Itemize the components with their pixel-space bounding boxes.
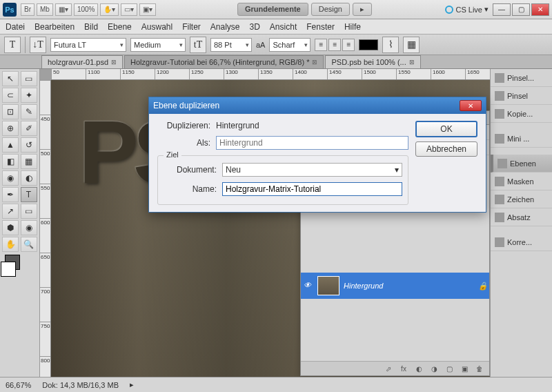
- text-color-swatch[interactable]: [359, 39, 378, 50]
- new-layer-icon[interactable]: ▣: [459, 364, 470, 373]
- menu-auswahl[interactable]: Auswahl: [141, 22, 172, 32]
- visibility-icon[interactable]: 👁: [304, 281, 313, 291]
- masks-icon: [495, 177, 504, 186]
- layer-item[interactable]: 👁 Hintergrund 🔒: [301, 273, 489, 299]
- blur-tool[interactable]: ◉: [2, 170, 19, 186]
- dock-zeichen[interactable]: Zeichen: [491, 190, 552, 208]
- dock-pinsel-preset[interactable]: Pinsel...: [491, 69, 552, 87]
- character-panel-button[interactable]: ▦: [403, 37, 420, 53]
- dock-mini[interactable]: Mini ...: [491, 130, 552, 148]
- align-left-button[interactable]: ≡: [315, 39, 327, 51]
- shape-tool[interactable]: ▭: [21, 204, 37, 219]
- cs-live[interactable]: CS Live ▾: [445, 5, 489, 14]
- align-right-button[interactable]: ≡: [342, 39, 355, 51]
- link-icon[interactable]: ⬀: [383, 364, 394, 373]
- close-button[interactable]: ✕: [531, 3, 549, 16]
- name-input[interactable]: [222, 182, 402, 196]
- orientation-button[interactable]: ↓T: [30, 37, 46, 53]
- font-weight-select[interactable]: Medium: [130, 38, 186, 52]
- color-swatches[interactable]: [2, 253, 19, 278]
- dialog-close-button[interactable]: ✕: [460, 100, 482, 111]
- antialias-select[interactable]: Scharf: [269, 38, 310, 52]
- adjustment-icon[interactable]: ◑: [428, 364, 440, 373]
- brush-tool[interactable]: ✐: [21, 121, 37, 136]
- dock-korre[interactable]: Korre...: [491, 233, 552, 251]
- cancel-button[interactable]: Abbrechen: [415, 141, 477, 157]
- workspace-grundelemente[interactable]: Grundelemente: [237, 3, 308, 16]
- doc-size-display[interactable]: Dok: 14,3 MB/16,3 MB: [42, 381, 119, 389]
- workspace-design[interactable]: Design: [311, 3, 350, 16]
- move-tool[interactable]: ↖: [2, 71, 19, 86]
- maximize-button[interactable]: ▢: [512, 3, 530, 16]
- arrange-docs-button[interactable]: ▭▾: [121, 3, 137, 16]
- close-icon[interactable]: ⊠: [111, 59, 117, 66]
- trash-icon[interactable]: 🗑: [474, 364, 485, 373]
- menu-bearbeiten[interactable]: Bearbeiten: [34, 22, 75, 32]
- as-input[interactable]: [216, 136, 408, 150]
- doc-tab-1[interactable]: holzgravur-01.psd⊠: [41, 55, 123, 68]
- view-extras-button[interactable]: ▦▾: [55, 3, 72, 16]
- camera-tool[interactable]: ◉: [21, 220, 37, 235]
- doc-tab-2[interactable]: Holzgravur-Tutorial bei 66,7% (Hintergru…: [124, 55, 324, 68]
- dock-absatz[interactable]: Absatz: [491, 208, 552, 226]
- zoom-level-button[interactable]: 100%: [74, 3, 99, 16]
- close-icon[interactable]: ⊠: [312, 59, 317, 66]
- type-tool-icon[interactable]: T: [4, 37, 21, 53]
- history-brush-tool[interactable]: ↺: [21, 137, 37, 153]
- dock-kopie[interactable]: Kopie...: [491, 105, 552, 123]
- menu-ansicht[interactable]: Ansicht: [270, 22, 297, 32]
- wand-tool[interactable]: ✦: [21, 88, 37, 103]
- fx-icon[interactable]: fx: [398, 364, 409, 373]
- layer-thumbnail[interactable]: [317, 276, 339, 295]
- screen-mode-button[interactable]: ▣▾: [139, 3, 156, 16]
- dock-pinsel[interactable]: Pinsel: [491, 87, 552, 105]
- dialog-titlebar[interactable]: Ebene duplizieren ✕: [149, 97, 486, 114]
- menu-datei[interactable]: Datei: [6, 22, 25, 32]
- bridge-button[interactable]: Br: [21, 3, 34, 16]
- zoom-tool[interactable]: 🔍: [21, 237, 37, 252]
- dock-ebenen[interactable]: Ebenen: [491, 155, 552, 173]
- dock-masken[interactable]: Masken: [491, 173, 552, 190]
- marquee-tool[interactable]: ▭: [21, 71, 37, 86]
- menu-filter[interactable]: Filter: [182, 22, 201, 32]
- minibridge-button[interactable]: Mb: [37, 3, 53, 16]
- menu-hilfe[interactable]: Hilfe: [344, 22, 361, 32]
- font-family-select[interactable]: Futura LT: [50, 38, 126, 52]
- minimize-button[interactable]: —: [493, 3, 511, 16]
- dodge-tool[interactable]: ◐: [21, 170, 37, 186]
- gradient-tool[interactable]: ▦: [21, 154, 37, 169]
- path-select-tool[interactable]: ↗: [2, 204, 19, 219]
- doc-tab-3[interactable]: PSD.psb bei 100% (...⊠: [325, 55, 420, 68]
- menu-bild[interactable]: Bild: [84, 22, 98, 32]
- background-color[interactable]: [1, 262, 16, 277]
- close-icon[interactable]: ⊠: [409, 59, 415, 66]
- hand-button[interactable]: ✋▾: [100, 3, 119, 16]
- document-select[interactable]: Neu: [222, 163, 402, 177]
- folder-icon[interactable]: ▢: [444, 364, 455, 373]
- type-tool[interactable]: T: [21, 187, 37, 202]
- mask-icon[interactable]: ◐: [413, 364, 424, 373]
- font-size-select[interactable]: 88 Pt: [210, 38, 252, 52]
- menu-ebene[interactable]: Ebene: [108, 22, 132, 32]
- ok-button[interactable]: OK: [415, 121, 477, 137]
- menu-3d[interactable]: 3D: [250, 22, 260, 32]
- warp-text-button[interactable]: ⌇: [382, 37, 399, 53]
- lasso-tool[interactable]: ⊂: [2, 88, 19, 103]
- align-center-button[interactable]: ≡: [328, 39, 341, 51]
- heal-tool[interactable]: ⊕: [2, 121, 19, 136]
- hand-tool[interactable]: ✋: [2, 237, 19, 252]
- menu-analyse[interactable]: Analyse: [210, 22, 240, 32]
- horizontal-ruler[interactable]: 5011001150120012501300135014001450150015…: [51, 69, 490, 80]
- vertical-ruler[interactable]: 450500550600650700750800: [40, 80, 51, 377]
- layers-footer: ⬀ fx ◐ ◑ ▢ ▣ 🗑: [301, 361, 489, 375]
- menu-fenster[interactable]: Fenster: [306, 22, 335, 32]
- chevron-icon[interactable]: ▸: [130, 380, 134, 389]
- pen-tool[interactable]: ✒: [2, 187, 19, 202]
- zoom-display[interactable]: 66,67%: [6, 381, 31, 389]
- stamp-tool[interactable]: ▲: [2, 137, 19, 153]
- crop-tool[interactable]: ⊡: [2, 104, 19, 119]
- 3d-tool[interactable]: ⬢: [2, 220, 19, 235]
- eyedropper-tool[interactable]: ✎: [21, 104, 37, 119]
- eraser-tool[interactable]: ◧: [2, 154, 19, 169]
- workspace-more[interactable]: ▸: [353, 3, 372, 16]
